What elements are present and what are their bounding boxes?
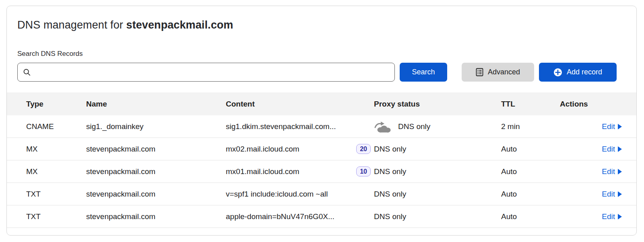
edit-record-link[interactable]: Edit (602, 212, 622, 221)
edit-arrow-icon (618, 124, 622, 129)
cell-type: TXT (26, 212, 86, 221)
column-header-proxy-status: Proxy status (374, 100, 501, 109)
edit-record-link[interactable]: Edit (602, 122, 622, 131)
cell-name: stevenpackmail.com (86, 145, 226, 154)
column-header-content: Content (226, 100, 374, 109)
cell-name: sig1._domainkey (86, 122, 226, 131)
cell-proxy-status: DNS only (374, 145, 501, 154)
edit-record-link[interactable]: Edit (602, 190, 622, 199)
edit-arrow-icon (618, 191, 622, 197)
search-toolbar: Search Advanced Add record (17, 63, 626, 82)
cell-content: mx01.mail.icloud.com (226, 167, 299, 176)
cell-name: stevenpackmail.com (86, 212, 226, 221)
edit-arrow-icon (618, 146, 622, 152)
cell-proxy-status: DNS only (374, 120, 501, 133)
edit-link-label: Edit (602, 212, 615, 221)
edit-link-label: Edit (602, 122, 615, 131)
mx-priority-badge: 20 (356, 144, 371, 154)
cell-ttl: Auto (501, 212, 560, 221)
page-title-prefix: DNS management for (17, 19, 126, 31)
edit-link-label: Edit (602, 145, 615, 154)
cell-content: apple-domain=bNuV47n6G0X... (226, 212, 334, 221)
dns-management-card: DNS management for stevenpackmail.com Se… (6, 6, 637, 236)
advanced-button[interactable]: Advanced (462, 63, 534, 82)
page-title-domain: stevenpackmail.com (126, 19, 233, 31)
table-row: MX stevenpackmail.com mx02.mail.icloud.c… (7, 138, 636, 160)
edit-record-link[interactable]: Edit (602, 167, 622, 176)
column-header-name: Name (86, 100, 226, 109)
cell-ttl: 2 min (501, 122, 560, 131)
cell-ttl: Auto (501, 167, 560, 176)
plus-circle-icon (553, 68, 562, 77)
edit-record-link[interactable]: Edit (602, 145, 622, 154)
search-label: Search DNS Records (17, 50, 626, 58)
table-row: MX stevenpackmail.com mx01.mail.icloud.c… (7, 160, 636, 183)
cell-type: TXT (26, 190, 86, 199)
cell-content: sig1.dkim.stevenpackmail.com... (226, 122, 336, 131)
advanced-list-icon (476, 68, 483, 76)
table-row: TXT stevenpackmail.com v=spf1 include:ic… (7, 183, 636, 205)
search-input[interactable] (35, 68, 389, 77)
cell-name: stevenpackmail.com (86, 190, 226, 199)
table-row: CNAME sig1._domainkey sig1.dkim.stevenpa… (7, 115, 636, 138)
search-button[interactable]: Search (400, 63, 447, 82)
search-box[interactable] (17, 63, 395, 82)
cell-content: mx02.mail.icloud.com (226, 145, 299, 154)
edit-arrow-icon (618, 214, 622, 219)
cell-type: MX (26, 145, 86, 154)
cell-proxy-status: DNS only (374, 212, 501, 221)
page-title: DNS management for stevenpackmail.com (17, 19, 626, 31)
cell-content: v=spf1 include:icloud.com ~all (226, 190, 328, 199)
advanced-button-label: Advanced (488, 68, 520, 76)
cell-name: stevenpackmail.com (86, 167, 226, 176)
edit-link-label: Edit (602, 190, 615, 199)
edit-link-label: Edit (602, 167, 615, 176)
dns-only-cloud-icon (374, 120, 392, 133)
column-header-type: Type (26, 100, 86, 109)
add-record-button[interactable]: Add record (539, 63, 617, 82)
cell-proxy-status: DNS only (374, 190, 501, 199)
cell-ttl: Auto (501, 190, 560, 199)
cell-ttl: Auto (501, 145, 560, 154)
search-icon (23, 68, 31, 76)
table-header-row: Type Name Content Proxy status TTL Actio… (7, 92, 636, 115)
column-header-actions: Actions (560, 100, 622, 109)
proxy-status-label: DNS only (398, 122, 430, 131)
edit-arrow-icon (618, 169, 622, 174)
cell-proxy-status: DNS only (374, 167, 501, 176)
cell-type: MX (26, 167, 86, 176)
column-header-ttl: TTL (501, 100, 560, 109)
proxy-status-label: DNS only (374, 190, 406, 199)
add-record-button-label: Add record (567, 68, 602, 76)
cell-type: CNAME (26, 122, 86, 131)
proxy-status-label: DNS only (374, 212, 406, 221)
proxy-status-label: DNS only (374, 145, 406, 154)
mx-priority-badge: 10 (356, 166, 371, 176)
table-row: TXT stevenpackmail.com apple-domain=bNuV… (7, 205, 636, 228)
proxy-status-label: DNS only (374, 167, 406, 176)
dns-records-table: Type Name Content Proxy status TTL Actio… (7, 92, 636, 228)
